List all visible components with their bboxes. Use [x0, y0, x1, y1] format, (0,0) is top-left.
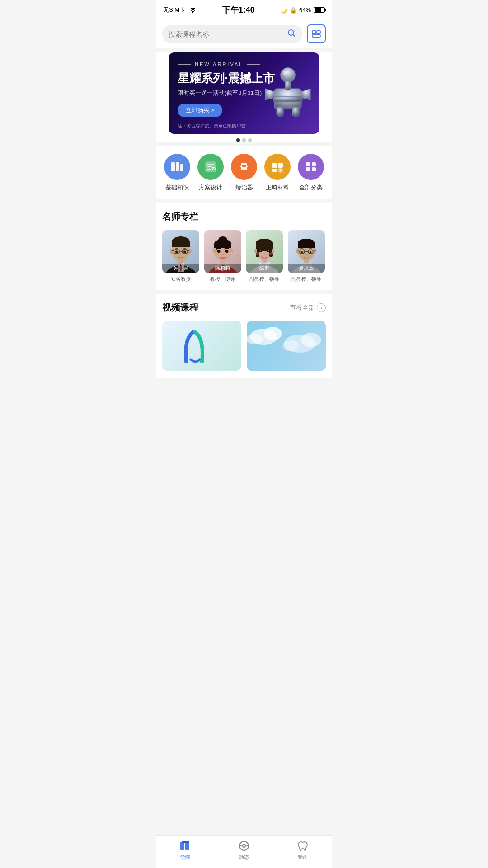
svg-point-72: [267, 250, 270, 252]
svg-point-0: [192, 12, 193, 13]
svg-point-71: [259, 250, 262, 252]
svg-rect-51: [214, 244, 231, 248]
search-bar: [156, 20, 332, 48]
svg-point-39: [170, 249, 174, 254]
course-section-title: 视频课程: [162, 302, 198, 314]
teacher-card-1[interactable]: 许天民 知名教授: [162, 230, 200, 283]
teacher-photo-4: 樊永杰: [288, 230, 325, 273]
svg-point-92: [247, 334, 263, 344]
banner-button[interactable]: 立即购买 >: [178, 104, 222, 117]
svg-rect-14: [176, 162, 179, 171]
svg-point-58: [225, 250, 228, 253]
svg-rect-98: [182, 841, 189, 843]
teacher-role-4: 副教授、硕导: [291, 276, 321, 283]
course-thumb-2: [247, 321, 326, 371]
course-more-arrow: ›: [317, 303, 326, 312]
teacher-name-1: 许天民: [162, 264, 199, 273]
category-basic-label: 基础知识: [165, 184, 189, 192]
svg-point-88: [309, 251, 311, 253]
course-thumb-1: [162, 321, 241, 371]
teacher-section-title: 名师专栏: [162, 211, 198, 223]
nav-label-news: 动态: [239, 854, 249, 861]
course-section-more[interactable]: 查看全部 ›: [290, 303, 326, 312]
moon-icon: 🌙: [280, 7, 287, 14]
teacher-name-4: 樊永杰: [288, 264, 325, 273]
svg-rect-15: [180, 164, 183, 171]
menu-button[interactable]: [307, 24, 326, 43]
teacher-photo-1: 许天民: [162, 230, 199, 273]
svg-rect-24: [272, 169, 277, 172]
nav-item-mine[interactable]: 我的: [296, 840, 309, 861]
status-indicators: 🌙 🔒 64%: [280, 7, 325, 14]
teacher-card-4[interactable]: 樊永杰 副教授、硕导: [288, 230, 325, 283]
svg-point-95: [283, 340, 299, 351]
svg-rect-23: [278, 163, 283, 168]
status-time: 下午1:40: [222, 5, 255, 15]
dot-3: [248, 138, 252, 142]
search-input[interactable]: [169, 30, 283, 38]
svg-point-75: [255, 252, 260, 255]
banner-desc: 限时买一送一活动(截至8月31日): [178, 89, 310, 97]
nav-label-mine: 我的: [298, 854, 308, 861]
svg-rect-3: [317, 31, 320, 34]
svg-point-76: [269, 252, 273, 255]
svg-rect-38: [172, 242, 190, 247]
teacher-name-3: 陈斯: [246, 264, 283, 273]
svg-point-44: [183, 251, 186, 253]
category-design[interactable]: 方案设计: [197, 154, 224, 192]
teacher-name-2: 陈莉莉: [204, 264, 241, 273]
status-signal: 无SIM卡: [163, 6, 197, 14]
svg-rect-22: [272, 163, 277, 168]
teacher-card-2[interactable]: 陈莉莉 教授、博导: [204, 230, 242, 283]
search-input-container[interactable]: [162, 25, 302, 43]
svg-rect-19: [242, 165, 246, 167]
category-basic[interactable]: 基础知识: [164, 154, 190, 192]
category-materials-label: 正畸材料: [266, 184, 289, 192]
category-materials-icon: [264, 154, 291, 180]
course-card-1[interactable]: [162, 321, 241, 371]
svg-rect-97: [185, 842, 189, 850]
svg-point-91: [264, 327, 282, 340]
category-section: 基础知识 方案设计: [156, 146, 332, 199]
news-icon: [238, 840, 250, 852]
dot-1: [236, 138, 240, 142]
course-section-header: 视频课程 查看全部 ›: [162, 302, 326, 314]
category-all-icon: [298, 154, 324, 180]
nav-item-news[interactable]: 动态: [238, 840, 250, 861]
svg-rect-13: [171, 162, 175, 171]
tooth-icon: [296, 840, 309, 852]
svg-rect-82: [298, 243, 315, 248]
svg-rect-2: [312, 31, 316, 34]
svg-point-60: [227, 253, 232, 255]
svg-rect-96: [180, 842, 184, 850]
category-braces-icon: [231, 154, 257, 180]
svg-rect-30: [312, 167, 316, 171]
dot-2: [242, 138, 246, 142]
category-braces[interactable]: 矫治器: [231, 154, 257, 192]
search-icon: [287, 28, 296, 40]
category-materials[interactable]: 正畸材料: [264, 154, 291, 192]
category-braces-label: 矫治器: [235, 184, 253, 192]
banner-subtitle: NEW ARRIVAL: [178, 61, 310, 67]
svg-rect-28: [312, 162, 316, 166]
svg-point-52: [218, 236, 227, 244]
svg-rect-29: [306, 167, 310, 171]
course-more-label: 查看全部: [290, 304, 315, 312]
category-all-label: 全部分类: [299, 184, 323, 192]
svg-rect-21: [246, 166, 248, 167]
nav-item-academy[interactable]: 学院: [179, 840, 192, 861]
svg-point-43: [175, 251, 178, 253]
category-all[interactable]: 全部分类: [298, 154, 324, 192]
course-card-2[interactable]: [247, 321, 326, 371]
teachers-row: 许天民 知名教授: [162, 230, 326, 283]
category-design-icon: [197, 154, 224, 180]
banner-dots: [162, 138, 326, 142]
svg-point-94: [301, 333, 321, 347]
svg-point-40: [188, 249, 192, 254]
teacher-role-3: 副教授、硕导: [249, 276, 279, 283]
teacher-card-3[interactable]: 陈斯 副教授、硕导: [246, 230, 283, 283]
academy-icon: [179, 840, 192, 852]
category-design-label: 方案设计: [199, 184, 222, 192]
lock-icon: 🔒: [290, 7, 297, 14]
category-basic-icon: [164, 154, 190, 180]
